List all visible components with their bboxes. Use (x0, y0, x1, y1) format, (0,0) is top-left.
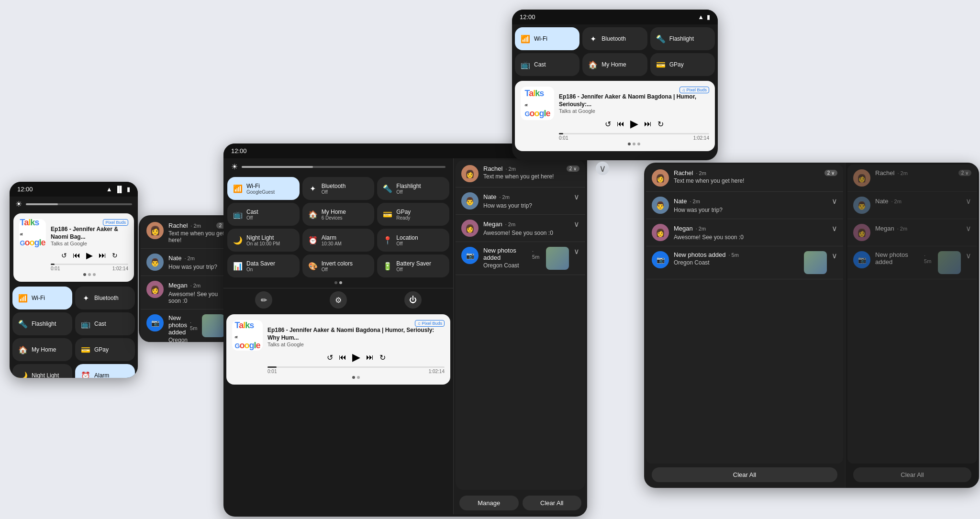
play-btn-tr[interactable]: ▶ (630, 118, 638, 130)
edit-button-tablet[interactable]: ✏ (255, 291, 272, 309)
notif-photos-tablet[interactable]: 📷 New photos added · 5m Oregon Coast ∨ (456, 242, 585, 275)
media-card-phone[interactable]: Talks at Google Pixel Buds Ep186 - Jenni… (13, 213, 134, 282)
media-title-tr: Ep186 - Jennifer Aaker & Naomi Bagdona |… (559, 93, 709, 108)
notif-photos-right[interactable]: 📷 New photos added · 5m Oregon Coast ∨ (646, 246, 843, 279)
quick-settings-grid-2col: 📶 Wi-Fi ✦ Bluetooth 🔦 Flashlight 📺 Cast … (10, 284, 138, 378)
media-logo-tablet: Talks at Google (232, 320, 263, 351)
qs-cast-tr[interactable]: 📺 Cast (515, 53, 579, 76)
clear-all-btn-tablet[interactable]: Clear All (523, 496, 582, 510)
status-icons: ▲ ▐▌ ▮ (106, 186, 130, 193)
status-bar-tr: 12:00 ▲ ▮ (512, 10, 718, 24)
qs-myhome-tr[interactable]: 🏠 My Home (582, 53, 647, 76)
qs-tile-myhome[interactable]: 🏠 My Home (12, 338, 72, 361)
qs-wifi-tablet[interactable]: 📶 Wi-FiGoogleGuest (227, 177, 300, 200)
forward-btn-tablet[interactable]: ↻ (379, 353, 386, 362)
qs-wifi-tr[interactable]: 📶 Wi-Fi (515, 27, 579, 50)
progress-start: 0:01 (51, 266, 60, 271)
qs-tile-alarm[interactable]: ⏰ Alarm (75, 364, 135, 378)
notif-nate-tablet[interactable]: 👨 Nate · 2m ∨ How was your trip? (456, 188, 585, 215)
device-notif-small: 👩 Rachel · 2m 2 ∨ Text me when you get h… (139, 215, 237, 342)
prev-btn-tr[interactable]: ⏮ (617, 120, 624, 128)
forward-button[interactable]: ↻ (112, 252, 118, 259)
notif-content-megan-tablet: Megan · 2m ∨ Awesome! See you soon :0 (483, 220, 579, 236)
notif-item-photos[interactable]: 📷 New photos added · 5m Oregon Coast ∨ (141, 309, 235, 342)
play-button[interactable]: ▶ (86, 250, 93, 261)
qs-tile-flashlight[interactable]: 🔦 Flashlight (12, 312, 72, 335)
qs-tile-gpay[interactable]: 💳 GPay (75, 338, 135, 361)
settings-button-tablet[interactable]: ⚙ (330, 291, 347, 309)
qs-datasaver-tablet[interactable]: 📊 Data SaverOn (227, 254, 300, 277)
pixel-buds-badge-tr: ♫ Pixel Buds (679, 87, 709, 93)
media-info-tr: ♫ Pixel Buds Ep186 - Jennifer Aaker & Na… (559, 87, 709, 145)
invertcolors-tile-icon: 🎨 (308, 262, 318, 271)
forward-btn-tr[interactable]: ↻ (657, 120, 664, 129)
brightness-row-tablet[interactable]: ☀ (223, 158, 453, 175)
media-card-tr[interactable]: Talks at Google ♫ Pixel Buds Ep186 - Jen… (515, 81, 715, 151)
qs-bluetooth-tablet[interactable]: ✦ BluetoothOff (302, 177, 375, 200)
power-button-tablet[interactable]: ⏻ (404, 291, 422, 309)
clear-all-btn-right[interactable]: Clear All (652, 467, 837, 482)
progress-start-tablet: 0:01 (267, 369, 277, 374)
next-btn-tr[interactable]: ⏭ (644, 120, 652, 128)
notif-rachel-right[interactable]: 👩 Rachel · 2m 2 ∨ Text me when you get h… (646, 165, 843, 192)
prev-btn-tablet[interactable]: ⏮ (339, 353, 346, 362)
brightness-slider-tablet[interactable] (242, 166, 445, 168)
notif-rachel-tablet[interactable]: 👩 Rachel · 2m 2 ∨ Text me when you get h… (456, 160, 585, 188)
notif-panel-tablet: 👩 Rachel · 2m 2 ∨ Text me when you get h… (456, 160, 585, 490)
qs-bluetooth-tr[interactable]: ✦ Bluetooth (582, 27, 647, 50)
media-card-tablet[interactable]: Talks at Google ♫ Pixel Buds Ep186 - Jen… (226, 314, 450, 385)
rewind-btn-tr[interactable]: ↺ (605, 120, 611, 129)
media-sub-tablet: Talks at Google (267, 342, 445, 347)
rewind-button[interactable]: ↺ (61, 252, 67, 259)
brightness-row[interactable]: ☀ (10, 197, 138, 211)
notif-megan-right[interactable]: 👩 Megan · 2m ∨ Awesome! See you soon :0 (646, 219, 843, 246)
qs-invertcolors-tablet[interactable]: 🎨 Invert colorsOff (302, 254, 375, 277)
qs-gpay-tablet[interactable]: 💳 GPayReady (377, 203, 449, 226)
notif-photos-right2: 📷 New photos added · 5m ∨ (847, 246, 977, 279)
next-btn-tablet[interactable]: ⏭ (366, 353, 374, 362)
next-button[interactable]: ⏭ (99, 251, 106, 260)
brightness-fill (26, 203, 58, 205)
notif-nate-right[interactable]: 👨 Nate · 2m ∨ How was your trip? (646, 192, 843, 219)
media-controls-tr[interactable]: ↺ ⏮ ▶ ⏭ ↻ (559, 118, 709, 130)
notif-item-megan[interactable]: 👩 Megan · 2m ∨ Awesome! See you soon :0 (141, 276, 235, 309)
prev-button[interactable]: ⏮ (73, 251, 80, 260)
qs-tile-wifi[interactable]: 📶 Wi-Fi (12, 287, 72, 309)
play-btn-tablet[interactable]: ▶ (352, 351, 360, 364)
qs-tile-bluetooth[interactable]: ✦ Bluetooth (75, 287, 135, 309)
google-logo-tablet: Talks at Google (235, 320, 260, 351)
status-time-tr: 12:00 (520, 13, 535, 21)
qs-dot-1 (334, 281, 337, 284)
status-bar-phone: 12:00 ▲ ▐▌ ▮ (10, 182, 138, 197)
clear-all-btn-right2: Clear All (853, 467, 971, 482)
expand-megan-tablet[interactable]: ∨ (574, 220, 579, 229)
qs-cast-tablet[interactable]: 📺 CastOff (227, 203, 300, 226)
media-controls-tablet[interactable]: ↺ ⏮ ▶ ⏭ ↻ (267, 351, 445, 364)
qs-flashlight-tablet[interactable]: 🔦 FlashlightOff (377, 177, 449, 200)
notif-content-rachel-tablet: Rachel · 2m 2 ∨ Text me when you get her… (483, 165, 579, 180)
qs-flashlight-tr[interactable]: 🔦 Flashlight (650, 27, 715, 50)
qs-batterysaver-tablet[interactable]: 🔋 Battery SaverOff (377, 254, 449, 277)
notif-avatar-rachel: 👩 (146, 222, 164, 239)
qs-grid-tr: 📶 Wi-Fi ✦ Bluetooth 🔦 Flashlight 📺 Cast … (512, 24, 718, 79)
qs-gpay-tr[interactable]: 💳 GPay (650, 53, 715, 76)
qs-tile-nightlight[interactable]: 🌙 Night Light (12, 364, 72, 378)
notif-item-rachel[interactable]: 👩 Rachel · 2m 2 ∨ Text me when you get h… (141, 217, 235, 249)
chevron-below-tr[interactable]: ∨ (596, 162, 609, 175)
expand-nate-tablet[interactable]: ∨ (574, 192, 579, 201)
qs-location-tablet[interactable]: 📍 LocationOff (377, 229, 449, 252)
qs-myhome-tablet[interactable]: 🏠 My Home6 Devices (302, 203, 375, 226)
qs-alarm-tablet[interactable]: ⏰ Alarm10:30 AM (302, 229, 375, 252)
notif-megan-tablet[interactable]: 👩 Megan · 2m ∨ Awesome! See you soon :0 (456, 215, 585, 242)
dot-1 (83, 273, 86, 276)
wifi-icon: 📶 (18, 294, 28, 303)
rewind-btn-tablet[interactable]: ↺ (327, 353, 333, 362)
flashlight-tile-icon-tr: 🔦 (656, 34, 666, 44)
wifi-tile-icon: 📶 (233, 184, 243, 193)
notif-item-nate[interactable]: 👨 Nate · 2m ∨ How was your trip? (141, 249, 235, 276)
media-controls[interactable]: ↺ ⏮ ▶ ⏭ ↻ (51, 250, 128, 261)
qs-nightlight-tablet[interactable]: 🌙 Night LightOn at 10:00 PM (227, 229, 300, 252)
manage-btn-tablet[interactable]: Manage (459, 496, 519, 510)
qs-tile-cast[interactable]: 📺 Cast (75, 312, 135, 335)
brightness-slider[interactable] (26, 203, 132, 205)
